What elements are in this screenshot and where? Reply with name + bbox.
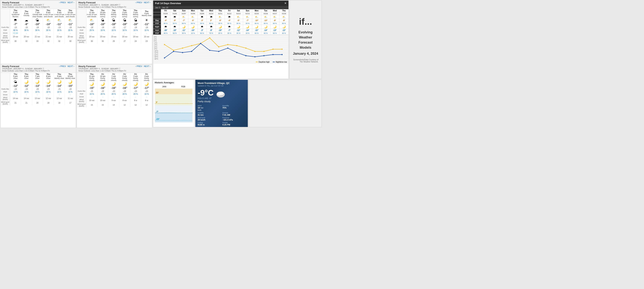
if-panel-bottom xyxy=(249,80,322,127)
overview-date-range: Jan 5 - Jan 18 xyxy=(153,6,288,9)
prev-button-top-right[interactable]: ‹ PREV xyxy=(135,1,142,4)
next-button-bottom-left[interactable]: NEXT › xyxy=(68,65,74,67)
svg-text:-23°: -23° xyxy=(156,118,160,120)
prev-button-bottom-left[interactable]: ‹ PREV xyxy=(59,65,66,67)
historic-chart: 25° 9° -7° -23° xyxy=(155,89,193,122)
svg-point-19 xyxy=(227,44,228,45)
hourly-table-bottom-right: Thu 11 pm Partly cloudy Fri 12 am Partly… xyxy=(77,73,152,107)
panel-nav-top-left[interactable]: ‹ PREV NEXT › xyxy=(59,1,74,4)
cw-updated: Updated on Thu, Jan 4 at 7:07 AM xyxy=(198,85,246,87)
svg-point-33 xyxy=(227,48,228,49)
icon-row-top-left: 🌨 ☁ 🌤 ⛅ ⛅ ⛅ xyxy=(0,18,76,22)
hourly-table-container-top-right: Thu 11 am A mix of sun and clouds Thu 12… xyxy=(77,9,152,64)
col-thu12pm: Thu 12 pm Mainly sunny xyxy=(97,9,108,18)
daytime-line xyxy=(164,38,282,52)
next-button-top-right[interactable]: NEXT › xyxy=(144,1,150,4)
overview-night-pop-row: POP 40 % 60 % 30 % 10 % 90 % 70 % 20 % 3… xyxy=(153,32,288,35)
chart-legend: Daytime high Nighttime low xyxy=(153,60,288,64)
hourly-table-bottom-left: Thu 5 pm Clear Thu 6 pm Clear xyxy=(0,73,76,105)
col-thu9pm: Thu 9 pm Mainly clear xyxy=(54,73,65,80)
main-layout: Hourly Forecast THURSDAY, JANUARY 4 - SU… xyxy=(0,0,322,145)
svg-text:25°: 25° xyxy=(156,92,159,94)
svg-point-24 xyxy=(272,49,274,50)
next-button-bottom-right[interactable]: NEXT › xyxy=(144,65,150,67)
pop-row-bottom-left: POP 10 % 10 % 10 % 10 % 10 % 10 % xyxy=(0,91,76,93)
svg-point-15 xyxy=(191,45,192,46)
overview-day-icons: 🌨 🌨 ⛅ ⛅ 🌨 🌨 ⛅ 🌨 ⛅ ⛅ ⛅ xyxy=(153,15,288,19)
svg-rect-42 xyxy=(155,94,192,105)
gust-row-top-left: Wind gust(km/h) 30 32 33 32 32 30 xyxy=(0,39,76,44)
col-fri2am: Fri 2 am Partly cloudy xyxy=(119,73,130,82)
svg-point-14 xyxy=(182,48,183,49)
hourly-panel-top-left: Hourly Forecast THURSDAY, JANUARY 4 - SU… xyxy=(0,1,76,64)
gust-row-bottom-right: Wind gust(km/h) 15 15 14 12 12 12 xyxy=(77,103,152,107)
col-thu8am: Thu 8 am A mix of sun and clouds xyxy=(43,9,54,18)
time-header-row-top-right: Thu 11 am A mix of sun and clouds Thu 12… xyxy=(77,9,152,18)
svg-point-34 xyxy=(236,52,238,53)
legend-nighttime: Nighttime low xyxy=(273,61,287,63)
panel-nav-bottom-right[interactable]: ‹ PREV NEXT › xyxy=(135,65,150,67)
icon-row-top-right: ⛅ 🌤 🌤 🌤 🌤 ☀ xyxy=(77,18,152,22)
cw-sunrise-value: 7:41 AM xyxy=(222,114,246,116)
temp-row-bottom-left: -12° -12° -13° -14° -14° -15° xyxy=(0,84,76,88)
col-thu4pm: Thu 4 pm Mainly clear xyxy=(141,9,152,18)
hourly-table-top-right: Thu 11 am A mix of sun and clouds Thu 12… xyxy=(77,9,152,44)
col-thu10pm: Thu 10 pm Mainly clear xyxy=(65,73,76,80)
cw-windgust-label: Wind gust xyxy=(198,117,221,119)
svg-point-30 xyxy=(200,43,201,44)
overview-close-button[interactable]: ✕ xyxy=(284,2,286,5)
historic-panel: Historic Averages: JAN FEB xyxy=(153,80,194,127)
panel-nav-top-right[interactable]: ‹ PREV NEXT › xyxy=(135,1,150,4)
svg-point-18 xyxy=(218,46,219,48)
col-fri12am: Fri 12 am Partly cloudy xyxy=(97,73,108,82)
icon-row-bottom-right: 🌙 🌙 🌙 🌙 🌙 🌙 xyxy=(77,82,152,86)
snow-outlook-bottom-right: Snow Outlook: Less than 1 cm 5:00am Thu … xyxy=(78,70,126,72)
cw-sunrise-label: Sunrise xyxy=(222,112,246,114)
svg-point-52 xyxy=(220,92,224,95)
historic-title: Historic Averages: xyxy=(155,81,193,84)
gust-row-bottom-left: Wind gust(km/h) 21 21 20 18 18 17 xyxy=(0,101,76,105)
col-thu7pm: Thu 7 pm Clear xyxy=(32,73,43,80)
svg-point-29 xyxy=(191,51,192,52)
top-panels-row: Hourly Forecast THURSDAY, JANUARY 4 - SU… xyxy=(0,0,152,64)
svg-point-22 xyxy=(254,51,256,52)
panel-header-bottom-right: Hourly Forecast THURSDAY, JANUARY 4 - SU… xyxy=(77,64,152,73)
svg-point-39 xyxy=(282,54,282,55)
cw-visibility-item: Visibility 31 km xyxy=(198,112,221,116)
svg-point-23 xyxy=(264,51,264,52)
panel-nav-bottom-left[interactable]: ‹ PREV NEXT › xyxy=(59,65,74,67)
icon-4: ⛅ xyxy=(57,18,62,22)
panel-title-bottom-left: Hourly Forecast xyxy=(2,65,50,68)
left-panels: Hourly Forecast THURSDAY, JANUARY 4 - SU… xyxy=(0,0,152,145)
svg-point-17 xyxy=(209,37,210,39)
cw-humidity-label: Humidity xyxy=(222,105,246,107)
wind-row-top-right: Wind(km/h) 20 NW 20 NW 19 NW 18 NW 18 NW… xyxy=(77,35,152,39)
col-fri4am: Fri 4 am Partly cloudy xyxy=(141,73,152,82)
panel-subtitle-top-left: THURSDAY, JANUARY 4 - SUNDAY, JANUARY 7 xyxy=(2,4,50,6)
cw-temp: -9°C xyxy=(198,88,214,97)
nighttime-legend-dot xyxy=(273,62,275,62)
cw-visibility-value: 31 km xyxy=(198,114,221,116)
svg-rect-41 xyxy=(155,89,192,94)
col-thu7am: Thu 7 am Cloudy with clear breaks xyxy=(32,9,43,18)
snow-outlook-top-left: Snow Outlook: Less than 1 cm 5:00am Thu … xyxy=(2,6,50,8)
chart-area: 4°C 2°C 0°C -2°C -4°C -6°C -8°C -10°C -1… xyxy=(153,35,288,64)
svg-point-13 xyxy=(173,50,174,51)
prev-button-top-left[interactable]: ‹ PREV xyxy=(59,1,66,4)
cw-wind-value: 19 NWkm/h xyxy=(198,107,221,111)
next-button-top-left[interactable]: NEXT › xyxy=(68,1,74,4)
panel-header-bottom-left: Hourly Forecast THURSDAY, JANUARY 4 - SU… xyxy=(0,64,76,73)
svg-point-20 xyxy=(236,45,238,46)
temp-row-top-left: -7° -8° -10° -10° -11° -11° xyxy=(0,22,76,26)
panel-title-top-left: Hourly Forecast xyxy=(2,1,50,4)
time-header-row-bottom-right: Thu 11 pm Partly cloudy Fri 12 am Partly… xyxy=(77,73,152,82)
overview-day-header: Fri Sat Sun Mon Tue Wed Thu Fri Sat Sun xyxy=(153,9,288,12)
if-title: if... xyxy=(299,17,312,27)
feels-row-top-left: Feels like -13 -16 -18 -18 -19 -18 xyxy=(0,26,76,29)
snow-row-bottom-right: Snow - - - - - - xyxy=(77,95,152,98)
cw-windgust-value: 29 km/h xyxy=(198,119,221,121)
temp-row-bottom-right: -15° -16° -16° -16° -17° -17° xyxy=(77,86,152,90)
prev-button-bottom-right[interactable]: ‹ PREV xyxy=(135,65,142,67)
col-thu2pm: Thu 2 pm Mainly sunny xyxy=(119,9,130,18)
hourly-panel-bottom-right: Hourly Forecast THURSDAY, JANUARY 4 - SU… xyxy=(77,64,152,128)
